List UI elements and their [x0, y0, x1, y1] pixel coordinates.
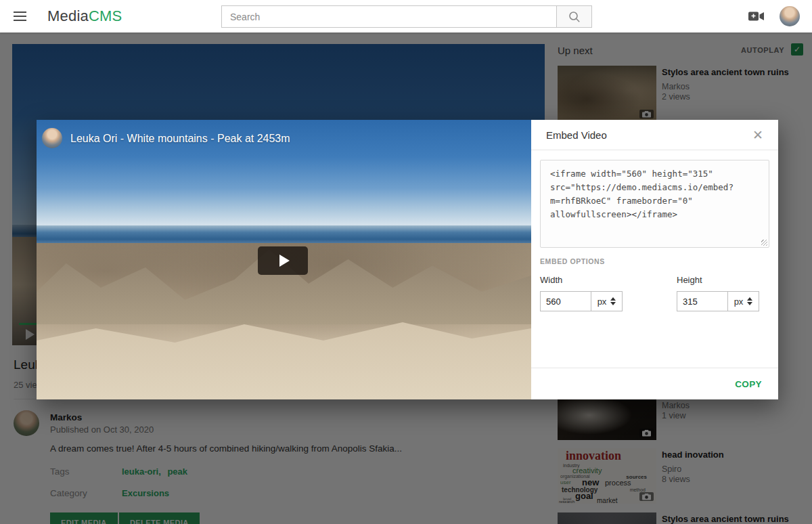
- search-input[interactable]: [221, 5, 556, 28]
- width-unit-select[interactable]: px: [591, 291, 623, 311]
- play-icon: [279, 255, 290, 267]
- preview-video-title: Leuka Ori - White mountains - Peak at 24…: [70, 133, 290, 145]
- width-label: Width: [540, 275, 623, 285]
- embed-panel: Embed Video ✕ <iframe width="560" height…: [531, 120, 778, 399]
- resize-grip-icon[interactable]: [761, 240, 767, 246]
- width-field-group: Width px: [540, 275, 623, 311]
- embed-code-textarea[interactable]: <iframe width="560" height="315" src="ht…: [540, 160, 769, 248]
- width-input[interactable]: [540, 291, 591, 311]
- close-icon[interactable]: ✕: [752, 129, 763, 141]
- spinner-icon: [747, 297, 752, 305]
- logo-media: Media: [47, 7, 89, 24]
- preview-author-avatar: [42, 128, 62, 148]
- user-avatar[interactable]: [780, 6, 800, 26]
- height-field-group: Height px: [677, 275, 759, 311]
- copy-button[interactable]: COPY: [735, 379, 762, 389]
- preview-play-button[interactable]: [258, 246, 308, 275]
- height-input[interactable]: [677, 291, 727, 311]
- spinner-icon: [610, 297, 616, 305]
- embed-video-modal: Leuka Ori - White mountains - Peak at 24…: [37, 120, 778, 399]
- modal-title: Embed Video: [546, 129, 752, 141]
- embed-options-label: EMBED OPTIONS: [540, 257, 769, 265]
- height-unit-select[interactable]: px: [727, 291, 759, 311]
- unit-label: px: [734, 297, 744, 307]
- menu-icon[interactable]: [9, 5, 35, 27]
- unit-label: px: [597, 297, 607, 307]
- height-label: Height: [677, 275, 759, 285]
- embed-preview-player[interactable]: Leuka Ori - White mountains - Peak at 24…: [37, 120, 531, 399]
- upload-video-icon[interactable]: [748, 11, 765, 22]
- app-logo[interactable]: MediaCMS: [47, 7, 122, 25]
- logo-cms: CMS: [89, 7, 122, 24]
- search-button[interactable]: [556, 5, 592, 28]
- search-icon: [568, 11, 581, 23]
- top-bar: MediaCMS: [0, 0, 812, 32]
